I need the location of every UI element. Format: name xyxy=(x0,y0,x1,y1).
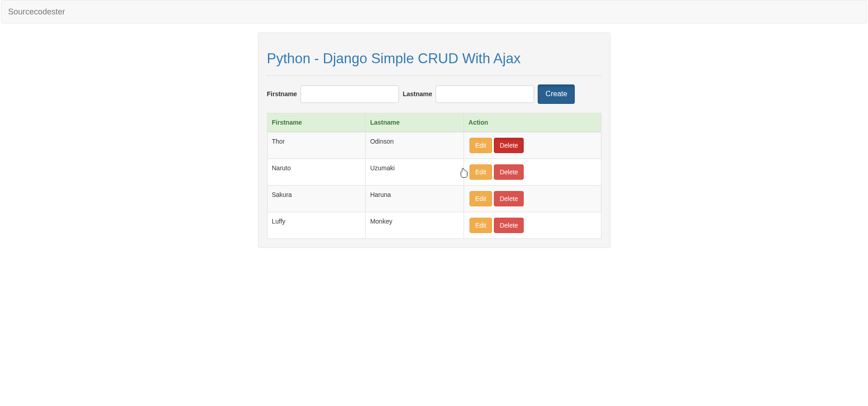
main-container: Python - Django Simple CRUD With Ajax Fi… xyxy=(258,33,610,248)
page-title: Python - Django Simple CRUD With Ajax xyxy=(267,51,601,67)
cell-lastname: Haruna xyxy=(366,185,464,212)
table-row: LuffyMonkeyEditDelete xyxy=(267,212,601,238)
lastname-label: Lastname xyxy=(403,90,432,98)
edit-button[interactable]: Edit xyxy=(469,218,492,233)
delete-button[interactable]: Delete xyxy=(494,138,524,153)
divider xyxy=(267,75,601,76)
table-row: ThorOdinsonEditDelete xyxy=(267,132,601,159)
edit-button[interactable]: Edit xyxy=(469,164,492,180)
firstname-input[interactable] xyxy=(300,85,399,103)
edit-button[interactable]: Edit xyxy=(469,138,492,153)
create-button[interactable]: Create xyxy=(538,84,575,104)
cell-lastname: Odinson xyxy=(366,132,464,159)
cell-action: EditDelete xyxy=(464,185,601,212)
cell-firstname: Sakura xyxy=(267,185,366,212)
delete-button[interactable]: Delete xyxy=(494,164,524,180)
cell-firstname: Luffy xyxy=(267,212,366,238)
header-lastname: Lastname xyxy=(366,113,464,132)
navbar-brand[interactable]: Sourcecodester xyxy=(1,0,72,23)
cell-action: EditDelete xyxy=(464,132,601,159)
navbar: Sourcecodester xyxy=(1,0,867,23)
content-well: Python - Django Simple CRUD With Ajax Fi… xyxy=(258,33,610,248)
table-body: ThorOdinsonEditDeleteNarutoUzumakiEditDe… xyxy=(267,132,601,239)
cell-lastname: Monkey xyxy=(366,212,464,238)
table-header-row: Firstname Lastname Action xyxy=(267,113,601,132)
cell-firstname: Naruto xyxy=(267,159,366,185)
cell-lastname: Uzumaki xyxy=(366,159,464,185)
firstname-label: Firstname xyxy=(267,90,297,98)
delete-button[interactable]: Delete xyxy=(494,218,524,233)
create-form: Firstname Lastname Create xyxy=(267,84,601,104)
cell-action: EditDelete xyxy=(464,159,601,185)
delete-button[interactable]: Delete xyxy=(494,191,524,206)
table-row: SakuraHarunaEditDelete xyxy=(267,185,601,212)
cell-action: EditDelete xyxy=(464,212,601,238)
header-action: Action xyxy=(464,113,601,132)
data-table: Firstname Lastname Action ThorOdinsonEdi… xyxy=(267,113,601,239)
cell-firstname: Thor xyxy=(267,132,366,159)
edit-button[interactable]: Edit xyxy=(469,191,492,206)
lastname-input[interactable] xyxy=(436,85,534,103)
header-firstname: Firstname xyxy=(267,113,366,132)
table-row: NarutoUzumakiEditDelete xyxy=(267,159,601,185)
